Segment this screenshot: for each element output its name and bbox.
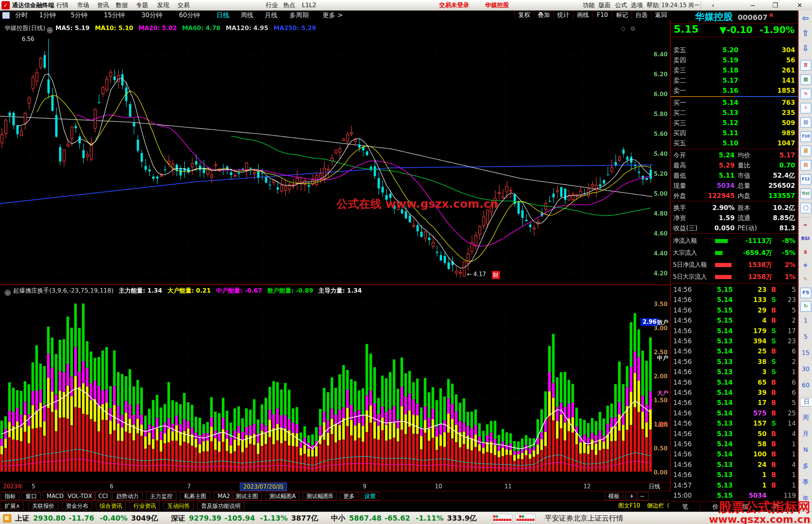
menu-item-行业[interactable]: 行业 [266, 1, 278, 9]
period-tab-月线[interactable]: 月线 [265, 11, 277, 19]
minimize-button[interactable]: − [746, 1, 759, 10]
toolbar-button-标记[interactable]: 标记 [612, 11, 632, 20]
extension-tab-互动问答[interactable]: 互动问答 [164, 502, 194, 510]
period-tab-30分钟[interactable]: 30分钟 [141, 11, 162, 19]
tick-tab-笔[interactable]: 笔 [671, 503, 700, 511]
toolbar-button-自选[interactable]: 自选 [632, 11, 651, 20]
indicator-chart[interactable] [0, 297, 653, 482]
extension-tab-资金分布[interactable]: 资金分布 [62, 502, 92, 510]
main-indicator-tab-私募主图[interactable]: 私募主图 [180, 492, 210, 500]
info-card-icon[interactable]: ▤ [800, 117, 811, 128]
main-indicator-tab-趋势动力[interactable]: 趋势动力 [112, 492, 142, 500]
menu-item-数据[interactable]: 数据 [116, 1, 128, 9]
menu-item-L1L2[interactable]: L1L2 [302, 1, 316, 9]
main-indicator-tab-测试幅图B[interactable]: 测试幅图B [303, 492, 336, 500]
grid-list-icon[interactable]: ▦ [800, 74, 811, 85]
window-layout-icon[interactable] [2, 12, 10, 19]
template-control-template[interactable]: 模板 [604, 492, 623, 500]
extension-tab-综合资讯[interactable]: 综合资讯 [96, 502, 126, 510]
f12-icon[interactable]: F12 [800, 174, 811, 185]
extension-tab-扩展∧[interactable]: 扩展∧ [1, 502, 24, 510]
kline-icon[interactable]: ♯ [800, 103, 811, 113]
menu-item-市场[interactable]: 市场 [77, 1, 89, 9]
quick-period-N[interactable]: N [799, 446, 812, 453]
zixuan-icon[interactable]: 自 [800, 160, 811, 171]
maximize-button[interactable]: ❐ [769, 1, 782, 10]
menu-item-交易[interactable]: 交易 [177, 1, 189, 9]
quick-period-30[interactable]: 30 [799, 365, 812, 373]
rsi-icon[interactable]: RSI [800, 234, 810, 243]
main-indicator-tab-主力监控[interactable]: 主力监控 [146, 492, 176, 500]
f5-icon[interactable]: F5 [800, 288, 811, 298]
main-indicator-tab-窗口[interactable]: 窗口 [22, 492, 41, 500]
menu-item-功能[interactable]: 功能 [583, 1, 595, 9]
extension-tab-普及版功能说明[interactable]: 普及版功能说明 [197, 502, 244, 510]
period-tab-更多 >[interactable]: 更多 > [323, 11, 343, 19]
toolbar-button-F10[interactable]: F10 [592, 11, 612, 20]
dollar-icon[interactable]: $ [800, 247, 810, 257]
quick-period-多[interactable]: 多 [799, 462, 812, 470]
main-indicator-tab-MA2[interactable]: MA2 [214, 492, 234, 500]
market-status-icon[interactable] [3, 514, 11, 522]
nav-back-button[interactable]: ‹ [707, 1, 720, 10]
market-mini-chart-icon[interactable] [492, 514, 512, 523]
main-chart-panel[interactable]: 华媒控股(日线)⌄MA5: 5.19MA10: 5.10MA20: 5.02MA… [0, 20, 671, 284]
cai-badge-icon[interactable]: 财 [492, 271, 500, 279]
menu-item-专题[interactable]: 专题 [136, 1, 148, 9]
tree-icon[interactable]: 품 [800, 146, 811, 156]
multi-wave-icon[interactable]: ≈ [800, 220, 810, 230]
collapse-chevron-icon[interactable]: ⌄ [5, 290, 11, 296]
toolbar-button-复权[interactable]: 复权 [514, 11, 534, 20]
period-tab-1分钟[interactable]: 1分钟 [39, 11, 56, 19]
quick-period-1[interactable]: 1 [799, 317, 812, 324]
quick-period-60[interactable]: 60 [799, 382, 812, 389]
indicator-panel[interactable]: ⌄起爆擒庄换手(3,9,6,-23,75,19,118)主力能量: 1.34大户… [0, 284, 671, 483]
pencil-icon[interactable]: ✎ [800, 274, 810, 284]
down-arrow-icon[interactable]: ⇩ [800, 44, 810, 53]
menu-item-帮助[interactable]: 帮助 [647, 1, 659, 9]
toolbar-button-返回[interactable]: 返回 [651, 11, 671, 20]
main-indicator-tab-指标[interactable]: 指标 [1, 492, 20, 500]
period-tab-周线[interactable]: 周线 [241, 11, 253, 19]
formula-icon[interactable]: f(x) [800, 189, 811, 199]
menu-item-行情[interactable]: 行情 [56, 1, 68, 9]
quick-period-5[interactable]: 5 [799, 333, 812, 340]
main-indicator-tab-VOL-TDX[interactable]: VOL-TDX [64, 492, 96, 500]
quick-period-15[interactable]: 15 [799, 349, 812, 356]
period-tab-多周期[interactable]: 多周期 [289, 11, 309, 19]
menu-item-公式[interactable]: 公式 [615, 1, 627, 9]
quick-period-季[interactable]: 季 [799, 479, 812, 486]
trend-line-icon[interactable]: ∿ [800, 89, 811, 99]
f10-icon[interactable]: F10 [800, 131, 811, 142]
toolbar-button-叠加[interactable]: 叠加 [534, 11, 553, 20]
corner-tab-图文F10[interactable]: 图文F10 [615, 502, 644, 509]
close-button[interactable]: ✕ [793, 1, 806, 10]
quote-list-icon[interactable]: ≣ [800, 60, 811, 71]
extension-tab-关联报价[interactable]: 关联报价 [28, 502, 58, 510]
mark-diamond-icon[interactable]: ◇ [621, 25, 626, 32]
pane-stack-icon[interactable]: ⧉ [631, 25, 635, 32]
menu-item-版面[interactable]: 版面 [598, 1, 611, 9]
main-indicator-tab-测试主图[interactable]: 测试主图 [232, 492, 262, 500]
quick-period-月[interactable]: 月 [799, 430, 812, 438]
refresh-icon[interactable]: ↻ [800, 301, 811, 312]
candlestick-chart[interactable] [0, 20, 653, 284]
period-tab-分时[interactable]: 分时 [15, 11, 28, 19]
toolbar-button-画线[interactable]: 画线 [573, 11, 592, 20]
main-indicator-tab-设置[interactable]: 设置 [361, 492, 380, 500]
collapse-chevron-icon[interactable]: ⌄ [47, 27, 53, 33]
move-icon[interactable]: ✥ [800, 261, 810, 270]
menu-alert-trade-login[interactable]: 交易未登录 [439, 1, 469, 9]
period-tab-5分钟[interactable]: 5分钟 [71, 11, 88, 19]
menu-item-热点[interactable]: 热点 [283, 1, 295, 9]
main-indicator-tab-测试幅图A[interactable]: 测试幅图A [266, 492, 300, 500]
quick-period-日[interactable]: 日 [800, 398, 812, 406]
main-indicator-tab-CCI[interactable]: CCI [95, 492, 112, 500]
quick-period-周[interactable]: 周 [799, 414, 812, 422]
toolbar-button-统计[interactable]: 统计 [553, 11, 573, 20]
template-control-minus[interactable]: − [636, 492, 648, 500]
up-arrow-icon[interactable]: ⇧ [800, 29, 810, 38]
main-indicator-tab-更多[interactable]: 更多 [340, 492, 359, 500]
period-tab-60分钟[interactable]: 60分钟 [179, 11, 200, 19]
menu-alert-stock[interactable]: 华媒控股 [485, 1, 509, 9]
